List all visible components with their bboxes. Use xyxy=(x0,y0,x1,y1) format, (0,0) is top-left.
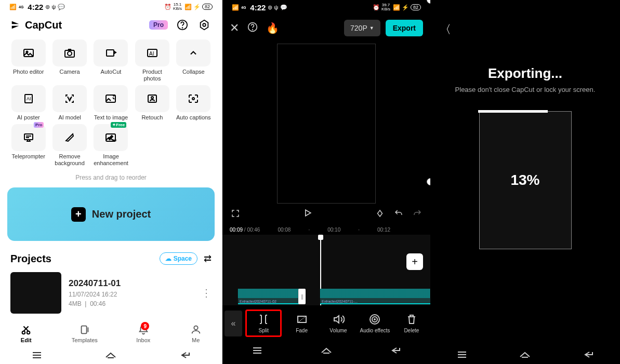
export-title: Exporting... xyxy=(488,65,562,82)
tool-split[interactable]: Split xyxy=(245,309,282,337)
chat-icon: 💬 xyxy=(58,4,65,10)
tab-templates[interactable]: Templates xyxy=(72,324,98,343)
android-navbar xyxy=(430,345,620,364)
export-percent: 13% xyxy=(510,172,539,188)
svg-rect-24 xyxy=(81,326,86,334)
audio-clip[interactable]: Extracted20240711-02 xyxy=(238,289,305,304)
help-icon[interactable] xyxy=(247,22,258,34)
tool-auto-captions[interactable]: Auto captions xyxy=(175,85,213,121)
back-arrow-icon[interactable]: 〈 xyxy=(440,22,451,37)
sort-icon[interactable]: ⇄ xyxy=(204,253,212,264)
recent-apps-icon[interactable] xyxy=(250,345,264,356)
audio-track: Extracted20240711-02 Extracted20240711-.… xyxy=(238,289,430,304)
tool-audio-effects[interactable]: Audio effects xyxy=(358,311,391,335)
recent-apps-icon[interactable] xyxy=(30,350,44,360)
android-navbar xyxy=(222,341,430,360)
status-bar: 📶 4G 4:22 ⊚ ψ 💬 ⏰ 39.7KB/s 📶 ⚡ 82 xyxy=(222,0,430,15)
recent-apps-icon[interactable] xyxy=(455,349,469,360)
new-project-button[interactable]: + New project xyxy=(7,187,215,241)
tool-autocut[interactable]: AutoCut xyxy=(92,39,130,82)
play-icon[interactable] xyxy=(302,208,313,221)
add-track-button[interactable]: + xyxy=(406,253,423,270)
tool-photo-editor[interactable]: Photo editor xyxy=(9,39,47,82)
export-main: Exporting... Please don't close CapCut o… xyxy=(430,45,620,345)
flame-icon[interactable]: 🔥 xyxy=(266,22,279,34)
timeline[interactable]: + Extracted20240711-02 Extracted20240711… xyxy=(222,235,430,305)
tool-volume[interactable]: Volume xyxy=(322,311,355,335)
svg-point-7 xyxy=(68,51,72,56)
tab-inbox[interactable]: 9Inbox xyxy=(136,324,150,343)
fullscreen-icon[interactable] xyxy=(231,209,240,220)
more-icon[interactable]: ⋮ xyxy=(201,287,212,299)
plus-icon: + xyxy=(71,207,86,222)
home-icon[interactable] xyxy=(320,345,333,356)
tool-fade[interactable]: Fade xyxy=(285,311,318,335)
status-bar-spacer xyxy=(430,0,620,15)
tool-teleprompter[interactable]: ProTeleprompter xyxy=(9,124,47,167)
undo-icon[interactable] xyxy=(394,209,403,220)
preview-controls xyxy=(222,204,430,225)
keyframe-icon[interactable] xyxy=(375,209,385,220)
back-icon[interactable] xyxy=(178,350,192,360)
back-icon[interactable] xyxy=(582,349,595,360)
tool-ai-model[interactable]: AI model xyxy=(50,85,88,121)
home-icon[interactable] xyxy=(104,350,117,360)
tab-me[interactable]: Me xyxy=(189,324,203,343)
editor-screen: 📶 4G 4:22 ⊚ ψ 💬 ⏰ 39.7KB/s 📶 ⚡ 82 ✕ 🔥 72… xyxy=(222,0,430,364)
settings-icon[interactable] xyxy=(197,18,212,32)
svg-text:AI: AI xyxy=(27,96,31,101)
svg-point-16 xyxy=(151,97,153,99)
project-thumbnail xyxy=(10,272,61,314)
export-header: 〈 xyxy=(430,15,620,45)
preview-area xyxy=(222,42,430,204)
tool-ai-poster[interactable]: AIAI poster xyxy=(9,85,47,121)
svg-rect-8 xyxy=(107,50,114,56)
wifi-icon: 📶 xyxy=(393,4,400,11)
pro-badge[interactable]: Pro xyxy=(149,20,168,30)
close-icon[interactable]: ✕ xyxy=(230,21,239,35)
home-icon[interactable] xyxy=(518,349,532,360)
audio-clip[interactable]: Extracted20240711-... xyxy=(320,289,430,304)
charging-icon: ⚡ xyxy=(193,4,201,10)
tab-edit[interactable]: Edit xyxy=(19,324,33,343)
net-speed: 15.1KB/s xyxy=(173,3,182,11)
net-speed: 39.7KB/s xyxy=(381,3,390,11)
battery-icon: 82 xyxy=(411,4,421,10)
timeline-ruler: 00:09 / 00:46 00:08 · 00:10 · 00:12 xyxy=(222,225,430,235)
tool-product-photos[interactable]: AIProduct photos xyxy=(133,39,171,82)
svg-point-1 xyxy=(182,28,183,28)
chat-icon: 💬 xyxy=(280,4,287,11)
tool-delete[interactable]: Delete xyxy=(395,311,428,335)
export-button[interactable]: Export xyxy=(386,20,423,36)
tool-grid: Photo editor Camera AutoCut AIProduct ph… xyxy=(0,36,222,170)
svg-point-25 xyxy=(194,326,197,330)
help-icon[interactable] xyxy=(175,18,190,32)
android-navbar xyxy=(0,346,222,364)
tool-text-to-image[interactable]: ✦Text to image xyxy=(92,85,130,121)
space-button[interactable]: ☁Space xyxy=(160,252,197,265)
back-icon[interactable] xyxy=(389,345,402,356)
tool-collapse[interactable]: Collapse xyxy=(175,39,213,82)
svg-marker-2 xyxy=(201,20,208,30)
tool-image-enhancement[interactable]: ✦FreeHDImage enhancement xyxy=(92,124,130,167)
video-preview[interactable] xyxy=(277,44,376,204)
svg-point-22 xyxy=(22,331,25,334)
collapse-toolbar-button[interactable]: « xyxy=(225,311,242,336)
tool-remove-background[interactable]: Remove background xyxy=(50,124,88,167)
tool-retouch[interactable]: +Retouch xyxy=(133,85,171,121)
signal-icon: 📶 xyxy=(232,4,239,11)
project-item[interactable]: 20240711-01 11/07/2024 16:22 4MB | 00:46… xyxy=(0,269,222,317)
projects-header: Projects ☁Space ⇄ xyxy=(0,241,222,269)
clip-handle[interactable]: ‖ xyxy=(298,289,306,304)
capcut-logo: CapCut xyxy=(10,19,62,31)
wifi-icon: 📶 xyxy=(184,4,192,10)
svg-text:✦: ✦ xyxy=(112,94,115,98)
project-date: 11/07/2024 16:22 xyxy=(69,291,194,298)
export-screen: 〈 Exporting... Please don't close CapCut… xyxy=(430,0,620,364)
editor-header: ✕ 🔥 720P▼ Export xyxy=(222,15,430,42)
resolution-button[interactable]: 720P▼ xyxy=(344,20,380,36)
redo-icon[interactable] xyxy=(413,209,422,220)
alarm-icon: ⏰ xyxy=(373,4,380,11)
network-icon: 4G xyxy=(19,5,23,9)
tool-camera[interactable]: Camera xyxy=(50,39,88,82)
